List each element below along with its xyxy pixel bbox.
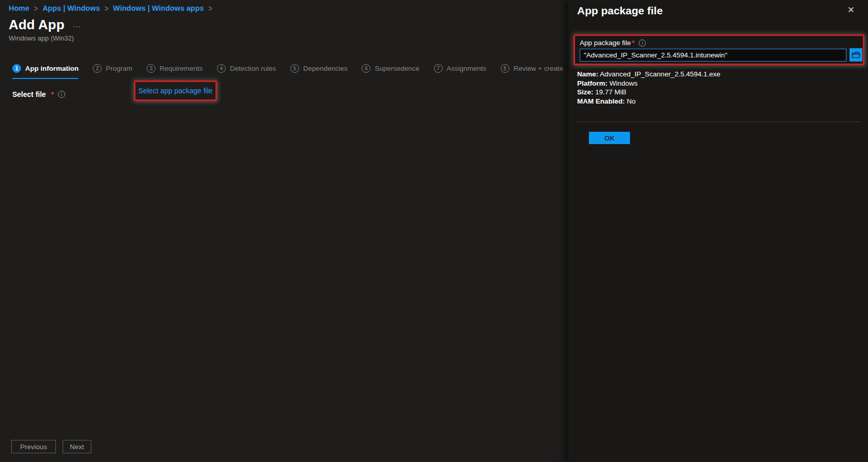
breadcrumb: Home > Apps | Windows > Windows | Window… (9, 4, 212, 12)
detail-size: Size: 19.77 MiB (577, 88, 720, 97)
info-icon[interactable]: i (58, 91, 65, 98)
detail-name: Name: Advanced_IP_Scanner_2.5.4594.1.exe (577, 70, 720, 79)
page-title: Add App (9, 17, 65, 33)
app-package-file-field-label: App package file* i (580, 39, 646, 47)
main-content: Home > Apps | Windows > Windows | Window… (0, 0, 568, 462)
next-button[interactable]: Next (63, 440, 91, 453)
wizard-steps: 1 App information 2 Program 3 Requiremen… (12, 64, 563, 79)
required-asterisk: * (632, 39, 635, 47)
breadcrumb-windows-apps[interactable]: Windows | Windows apps (113, 4, 204, 12)
step-number-badge: 8 (501, 64, 509, 73)
breadcrumb-home[interactable]: Home (9, 4, 29, 12)
tab-program[interactable]: 2 Program (93, 64, 132, 78)
tab-label: Review + create (514, 65, 563, 72)
tab-requirements[interactable]: 3 Requirements (147, 64, 203, 78)
chevron-right-icon: > (34, 4, 38, 13)
tab-review-create[interactable]: 8 Review + create (501, 64, 563, 78)
field-label: App package file* (580, 39, 635, 47)
tab-label: App information (25, 65, 78, 72)
divider (577, 122, 861, 122)
tab-label: Program (106, 65, 132, 72)
step-number-badge: 2 (93, 64, 102, 73)
step-number-badge: 1 (12, 64, 21, 73)
tab-detection-rules[interactable]: 4 Detection rules (217, 64, 276, 78)
tab-label: Requirements (160, 65, 203, 72)
info-icon[interactable]: i (639, 39, 646, 47)
ok-button[interactable]: OK (589, 132, 630, 144)
tab-app-information[interactable]: 1 App information (12, 64, 78, 79)
select-app-package-file-button[interactable]: Select app package file (139, 87, 213, 95)
chevron-right-icon: > (105, 4, 109, 13)
select-file-label: Select file (12, 90, 46, 98)
previous-button[interactable]: Previous (11, 440, 56, 453)
detail-mam-enabled: MAM Enabled: No (577, 97, 720, 106)
tab-assignments[interactable]: 7 Assignments (434, 64, 486, 78)
folder-icon (852, 51, 860, 58)
app-package-file-input[interactable] (580, 49, 846, 62)
step-number-badge: 7 (434, 64, 443, 73)
file-details: Name: Advanced_IP_Scanner_2.5.4594.1.exe… (577, 70, 720, 106)
tab-label: Supersedence (374, 65, 419, 72)
breadcrumb-apps-windows[interactable]: Apps | Windows (43, 4, 100, 12)
tab-label: Detection rules (230, 65, 276, 72)
app-package-file-panel: App package file ✕ App package file* i N… (568, 0, 868, 462)
overflow-menu-icon[interactable]: ... (73, 20, 81, 29)
select-file-field-label: Select file* i (12, 90, 65, 98)
step-number-badge: 4 (217, 64, 226, 73)
tab-label: Assignments (447, 65, 486, 72)
required-asterisk: * (51, 90, 53, 98)
step-number-badge: 6 (362, 64, 370, 73)
panel-title: App package file (577, 5, 663, 17)
browse-file-button[interactable] (850, 48, 862, 62)
step-number-badge: 3 (147, 64, 155, 73)
chevron-right-icon: > (208, 4, 212, 13)
detail-platform: Platform: Windows (577, 79, 720, 88)
page-subtitle: Windows app (Win32) (9, 34, 74, 42)
tab-dependencies[interactable]: 5 Dependencies (290, 64, 347, 78)
tab-supersedence[interactable]: 6 Supersedence (362, 64, 419, 78)
step-number-badge: 5 (290, 64, 299, 73)
annotation-highlight-select-package: Select app package file (134, 81, 217, 101)
tab-label: Dependencies (303, 65, 347, 72)
close-icon[interactable]: ✕ (847, 6, 855, 14)
